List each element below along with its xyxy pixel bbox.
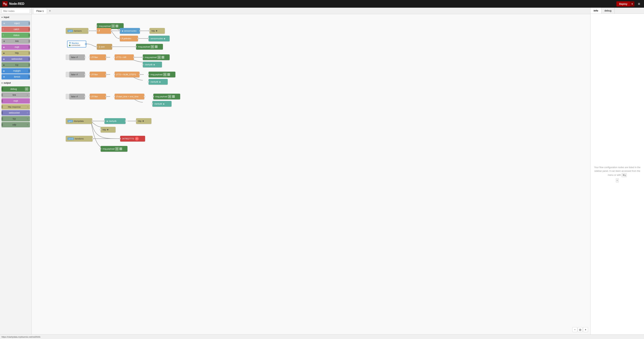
sidebar-item-status[interactable]: ! status bbox=[2, 32, 30, 38]
nucleo-node[interactable]: ⚙ Nucleo connected bbox=[67, 41, 86, 47]
nucleo-status-dot bbox=[69, 45, 70, 46]
sidebar-item-websocket-in[interactable]: ◈ websocket bbox=[2, 56, 30, 62]
add-tab-button[interactable]: + bbox=[47, 8, 52, 14]
inject-icon: ⇉ bbox=[3, 22, 5, 25]
post-sendsms-node[interactable]: [post] /sendsms bbox=[66, 136, 92, 142]
debug-btn: ≡ bbox=[25, 87, 28, 91]
claritydb-r5-port-out bbox=[124, 120, 126, 122]
zoom-reset-button[interactable]: ◎ bbox=[578, 327, 583, 332]
msg-payload-r4-label: msg.payload bbox=[155, 95, 167, 98]
sidebar-item-tcp-in[interactable]: ◈ tcp bbox=[2, 62, 30, 68]
tcp-in-icon: ◈ bbox=[3, 64, 4, 66]
false1-checkbox[interactable] bbox=[66, 55, 69, 60]
sidebar-item-websocket-out[interactable]: websocket → bbox=[2, 110, 30, 115]
status-icon: ! bbox=[3, 34, 4, 36]
svg-rect-1 bbox=[3, 3, 5, 3]
filter1-icon: f bbox=[92, 56, 92, 59]
filter1-port-in bbox=[89, 56, 91, 58]
ts-num-port-out bbox=[138, 73, 140, 75]
http-sub-node[interactable]: http ❖ bbox=[100, 127, 116, 133]
main-layout: ▾ input ⇉ inject ! catch ! status ⇉ link bbox=[0, 8, 644, 335]
tab-flow1[interactable]: Flow 1 bbox=[33, 8, 47, 13]
claritydb3-node[interactable]: claritydb ◈ bbox=[152, 101, 172, 107]
deploy-button[interactable]: Deploy bbox=[616, 1, 630, 6]
sidebar-item-debug[interactable]: debug ≡ bbox=[2, 86, 30, 92]
ts-hr-node[interactable]: f TS + HR bbox=[114, 54, 134, 60]
flow-canvas[interactable]: msg.payload ≡ [get] /sensors f ◈ bbox=[32, 14, 590, 335]
rpanel-tab-debug[interactable]: debug bbox=[602, 8, 615, 13]
filter-nodes-input[interactable] bbox=[2, 9, 30, 13]
inject-label: inject bbox=[6, 22, 28, 25]
sidebar-item-link-out[interactable]: link → bbox=[2, 92, 30, 98]
sidebar-item-tcp-out[interactable]: tcp → bbox=[2, 116, 30, 121]
nodered-logo-icon bbox=[2, 1, 8, 6]
status-port-right bbox=[28, 34, 30, 36]
sensornucleo-blue-node[interactable]: ◈ sensornucleo bbox=[120, 28, 140, 34]
get-sensors-node[interactable]: [get] /sensors bbox=[66, 28, 88, 34]
phone-node[interactable]: 3479527773 + bbox=[120, 136, 145, 142]
http-yellow-node[interactable]: http ❖ bbox=[150, 28, 165, 34]
claritydb2-node[interactable]: claritydb ◈ bbox=[148, 79, 168, 85]
false3-node[interactable]: false ↺ bbox=[69, 94, 85, 99]
ts-num-node[interactable]: f TS + NUM_STEPS bbox=[114, 72, 140, 77]
false1-node[interactable]: false ↺ bbox=[69, 54, 85, 60]
http-in-port-right bbox=[28, 52, 30, 54]
link-out-arrow: → bbox=[26, 94, 28, 96]
sidebar-item-ibmiot[interactable]: ⚙ ibmiot bbox=[2, 74, 30, 79]
getindex-node[interactable]: f getindex bbox=[120, 36, 138, 41]
filter1-label: Filter bbox=[93, 56, 98, 58]
sidebar-item-udp[interactable]: udp → bbox=[2, 122, 30, 127]
get-dumpdata-node[interactable]: [get] /dumpdata bbox=[66, 118, 92, 124]
msg-payload-r2-node[interactable]: msg.payload ≡ bbox=[143, 54, 170, 60]
deploy-arrow-button[interactable]: ▾ bbox=[630, 1, 634, 6]
sidebar-item-link[interactable]: ⇉ link bbox=[2, 38, 30, 44]
claritydb-r5-node[interactable]: ◈ claritydb bbox=[104, 118, 126, 124]
section-input-header[interactable]: ▾ input bbox=[0, 15, 32, 20]
nucleo-status: connected bbox=[69, 44, 84, 46]
filter2-node[interactable]: f Filter bbox=[90, 72, 106, 77]
sidebar-item-mqtt[interactable]: ◈ mqtt bbox=[2, 44, 30, 50]
sensornucleo-teal-node[interactable]: sensornucleo ◈ bbox=[148, 36, 170, 41]
msg-payload-r5-node[interactable]: msg.payload ≡ bbox=[100, 146, 128, 152]
sidebar-item-catch[interactable]: ! catch bbox=[2, 27, 30, 32]
section-input-arrow: ▾ bbox=[2, 16, 2, 18]
get-dumpdata-label: /dumpdata bbox=[74, 120, 84, 122]
false2-container: false ↺ bbox=[66, 72, 85, 77]
sidebar-item-http-in[interactable]: ◈ http bbox=[2, 50, 30, 56]
json-node[interactable]: {} json bbox=[97, 44, 112, 50]
filter1-node[interactable]: f Filter bbox=[90, 54, 106, 60]
http-r5-right-node[interactable]: http ❖ bbox=[136, 118, 152, 124]
false2-node[interactable]: false ↺ bbox=[69, 72, 85, 77]
catch-icon: ! bbox=[3, 28, 4, 30]
rpanel-tab-info[interactable]: info bbox=[590, 8, 602, 13]
sensornucleo-blue-port-out bbox=[139, 30, 141, 32]
false3-checkbox[interactable] bbox=[66, 94, 69, 99]
section-output-header[interactable]: ▾ output bbox=[0, 80, 32, 85]
menu-button[interactable]: ≡ bbox=[636, 1, 642, 7]
false2-checkbox[interactable] bbox=[66, 72, 69, 77]
phone-plus-icon: + bbox=[135, 137, 139, 141]
msg-payload-r1-debug: ≡ bbox=[151, 45, 154, 48]
start-end-node[interactable]: f start_time + end_time bbox=[114, 94, 144, 99]
sidebar-item-mqtt-out[interactable]: mqtt bbox=[2, 98, 30, 104]
msg-payload-r4-node[interactable]: msg.payload ≡ bbox=[153, 94, 180, 99]
post-sendsms-method: [post] bbox=[68, 137, 74, 140]
msg-payload-bottom-r1-node[interactable]: msg.payload ≡ bbox=[136, 44, 163, 50]
claritydb1-node[interactable]: claritydb ◈ bbox=[143, 62, 162, 67]
func-arrow-node[interactable]: f bbox=[97, 28, 111, 34]
false2-label: false ↺ bbox=[71, 73, 78, 76]
filter3-node[interactable]: f Filter bbox=[90, 94, 106, 99]
canvas-area: Flow 1 + bbox=[32, 8, 590, 335]
sidebar-item-http-response[interactable]: http response → bbox=[2, 104, 30, 110]
zoom-out-button[interactable]: − bbox=[572, 327, 577, 332]
zoom-in-button[interactable]: + bbox=[583, 327, 588, 332]
ts-num-port-in bbox=[114, 73, 116, 75]
catch-label: catch bbox=[4, 28, 28, 31]
sidebar-item-mqlight-in[interactable]: ◈ mqlight bbox=[2, 68, 30, 73]
tabs-bar: Flow 1 + bbox=[32, 8, 590, 14]
tab-flow1-label: Flow 1 bbox=[36, 9, 44, 12]
udp-arrow: → bbox=[26, 124, 28, 126]
section-input-label: input bbox=[4, 16, 9, 18]
msg-payload-r3-node[interactable]: msg.payload ≡ bbox=[148, 72, 176, 77]
sidebar-item-inject[interactable]: ⇉ inject bbox=[2, 21, 30, 26]
